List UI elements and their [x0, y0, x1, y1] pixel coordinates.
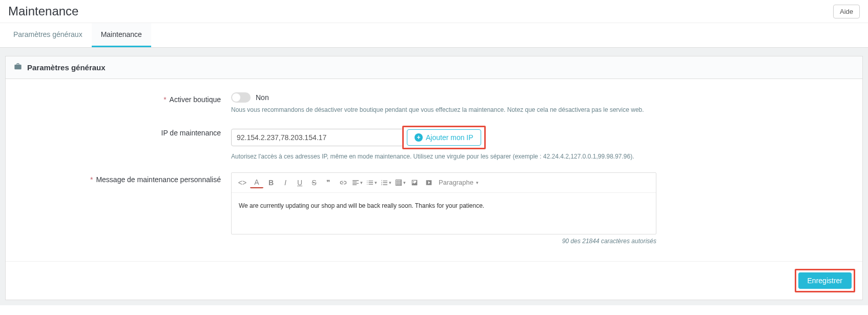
numbered-list-icon[interactable]: ▾: [379, 176, 392, 189]
text-color-icon[interactable]: A: [250, 177, 263, 188]
enable-shop-value: Non: [256, 93, 269, 102]
panel-title: Paramètres généraux: [27, 63, 106, 72]
help-button[interactable]: Aide: [833, 5, 860, 18]
enable-shop-hint: Nous vous recommandons de désactiver vot…: [231, 106, 656, 114]
custom-message-label: Message de maintenance personnalisé: [21, 172, 231, 184]
enable-shop-toggle[interactable]: [231, 92, 251, 103]
bullet-list-icon[interactable]: ▾: [365, 176, 378, 189]
settings-panel: Paramètres généraux Activer boutique Non…: [5, 56, 863, 300]
page-title: Maintenance: [8, 4, 78, 18]
maintenance-ip-label: IP de maintenance: [21, 126, 231, 137]
enable-shop-label: Activer boutique: [21, 92, 231, 104]
table-icon[interactable]: ▾: [394, 176, 407, 189]
italic-icon[interactable]: I: [279, 176, 292, 189]
paragraph-format-select[interactable]: Paragraphe ▾: [437, 178, 481, 187]
add-ip-highlight: + Ajouter mon IP: [402, 126, 486, 149]
blockquote-icon[interactable]: ❞: [322, 176, 335, 189]
char-count: 90 des 21844 caractères autorisés: [231, 238, 656, 245]
align-icon[interactable]: ▾: [350, 176, 364, 189]
underline-icon[interactable]: U: [293, 176, 306, 189]
save-highlight: Enregistrer: [795, 269, 855, 292]
video-icon[interactable]: [422, 176, 436, 189]
rich-text-editor: <> A B I U S ❞ ▾ ▾ ▾ ▾: [231, 172, 656, 234]
image-icon[interactable]: [408, 176, 421, 189]
panel-header: Paramètres généraux: [6, 56, 862, 79]
link-icon[interactable]: [336, 176, 349, 189]
editor-toolbar: <> A B I U S ❞ ▾ ▾ ▾ ▾: [232, 173, 656, 193]
maintenance-ip-input[interactable]: [231, 129, 403, 146]
strikethrough-icon[interactable]: S: [307, 176, 321, 189]
briefcase-icon: [14, 63, 22, 72]
bold-icon[interactable]: B: [264, 176, 278, 189]
panel-footer: Enregistrer: [6, 261, 862, 300]
tab-general[interactable]: Paramètres généraux: [4, 23, 92, 47]
add-my-ip-button[interactable]: + Ajouter mon IP: [407, 129, 481, 146]
add-my-ip-label: Ajouter mon IP: [426, 133, 473, 142]
plus-icon: +: [415, 133, 423, 142]
maintenance-ip-hint: Autorisez l'accès à ces adresses IP, mêm…: [231, 152, 656, 161]
source-code-icon[interactable]: <>: [236, 176, 249, 189]
save-button[interactable]: Enregistrer: [798, 272, 852, 289]
tab-maintenance[interactable]: Maintenance: [92, 23, 151, 47]
tabs: Paramètres généraux Maintenance: [0, 23, 868, 48]
editor-content[interactable]: We are currently updating our shop and w…: [232, 193, 656, 234]
